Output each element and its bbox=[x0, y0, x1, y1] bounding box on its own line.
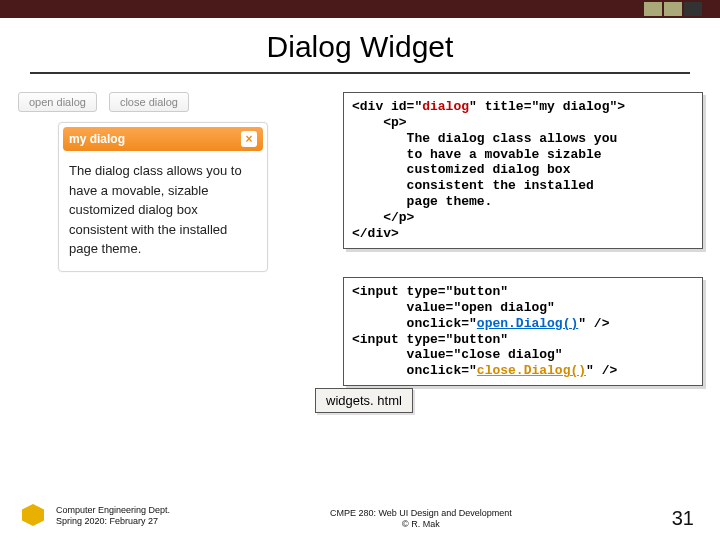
sjsu-logo-icon bbox=[20, 502, 48, 530]
title-area: Dialog Widget bbox=[30, 18, 690, 74]
code-snippet-inputs: <input type="button" value="open dialog"… bbox=[343, 277, 703, 386]
filename-label: widgets. html bbox=[315, 388, 413, 413]
slide-number: 31 bbox=[672, 507, 700, 530]
dialog-title: my dialog bbox=[69, 132, 125, 146]
decor-square bbox=[684, 2, 702, 16]
demo-preview: open dialog close dialog my dialog × The… bbox=[18, 92, 318, 272]
slide-top-bar bbox=[0, 0, 720, 18]
close-dialog-button[interactable]: close dialog bbox=[109, 92, 189, 112]
footer-dept: Computer Engineering Dept. bbox=[56, 505, 170, 516]
code-snippet-html: <div id="dialog" title="my dialog"> <p> … bbox=[343, 92, 703, 249]
footer-left: Computer Engineering Dept. Spring 2020: … bbox=[20, 502, 170, 530]
page-title: Dialog Widget bbox=[267, 30, 454, 63]
decor-square bbox=[644, 2, 662, 16]
footer-center: CMPE 280: Web UI Design and Development … bbox=[330, 508, 512, 530]
footer-date: Spring 2020: February 27 bbox=[56, 516, 170, 527]
decor-square bbox=[664, 2, 682, 16]
open-dialog-button[interactable]: open dialog bbox=[18, 92, 97, 112]
footer-author: © R. Mak bbox=[330, 519, 512, 530]
footer-course: CMPE 280: Web UI Design and Development bbox=[330, 508, 512, 519]
demo-dialog[interactable]: my dialog × The dialog class allows you … bbox=[58, 122, 268, 272]
close-icon[interactable]: × bbox=[241, 131, 257, 147]
dialog-body: The dialog class allows you to have a mo… bbox=[59, 155, 267, 271]
